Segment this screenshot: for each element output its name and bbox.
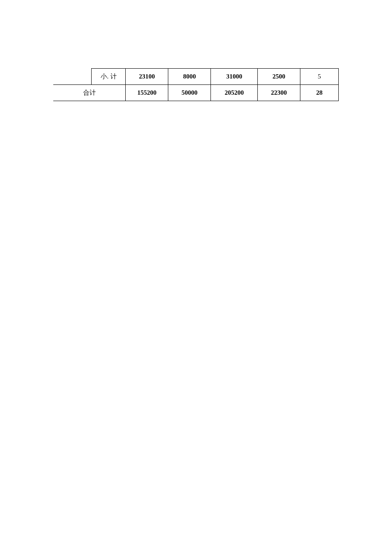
- total-v4: 22300: [258, 85, 300, 101]
- table-row: 合计 155200 50000 205200 22300 28: [53, 85, 339, 101]
- blank-cell: [53, 69, 92, 85]
- table-row: 小. 计 23100 8000 31000 2500 5: [53, 69, 339, 85]
- subtotal-v1: 23100: [126, 69, 168, 85]
- total-v3: 205200: [211, 85, 258, 101]
- subtotal-v2: 8000: [168, 69, 211, 85]
- total-v2: 50000: [168, 85, 211, 101]
- total-v1: 155200: [126, 85, 168, 101]
- subtotal-v5: 5: [300, 69, 339, 85]
- subtotal-v3: 31000: [211, 69, 258, 85]
- total-label-cell: 合计: [53, 85, 126, 101]
- data-table: 小. 计 23100 8000 31000 2500 5 合计 155200 5…: [53, 68, 339, 101]
- table-container: 小. 计 23100 8000 31000 2500 5 合计 155200 5…: [53, 68, 339, 101]
- total-v5: 28: [300, 85, 339, 101]
- subtotal-v4: 2500: [258, 69, 300, 85]
- subtotal-label-cell: 小. 计: [92, 69, 126, 85]
